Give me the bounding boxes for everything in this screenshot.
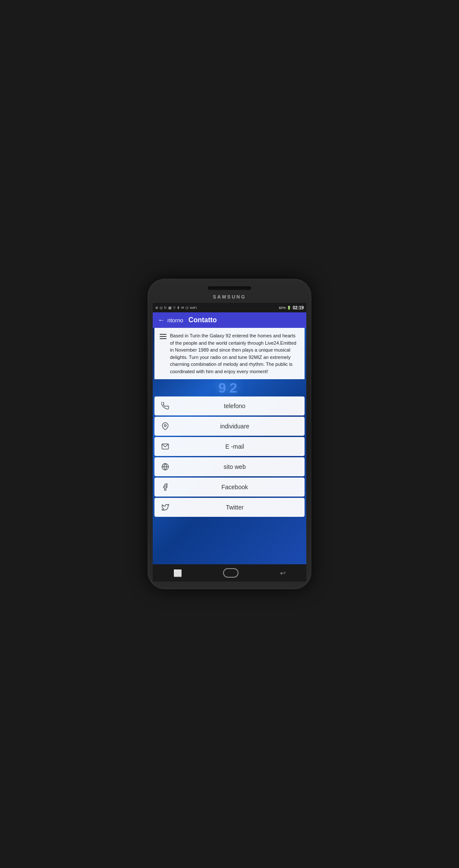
description-card: Based in Turin the Galaxy 92 entered the… bbox=[154, 328, 305, 379]
status-icon-wifi: WiFi bbox=[190, 306, 197, 310]
app-title: Contatto bbox=[189, 316, 217, 324]
hamburger-icon[interactable] bbox=[160, 334, 167, 339]
hamburger-line-3 bbox=[160, 338, 167, 339]
status-icon-3: ↻ bbox=[164, 306, 167, 310]
back-button[interactable]: ↩ bbox=[280, 569, 286, 577]
twitter-icon bbox=[161, 503, 172, 511]
facebook-label: Facebook bbox=[172, 484, 298, 491]
individuare-label: individuare bbox=[172, 423, 298, 430]
phone-brand: SAMSUNG bbox=[213, 294, 246, 299]
hamburger-line-1 bbox=[160, 334, 167, 335]
facebook-icon bbox=[161, 483, 172, 491]
telefono-button[interactable]: telefono bbox=[154, 396, 305, 415]
status-icons-right: 82% 🔋 02:19 bbox=[279, 305, 304, 310]
status-icon-6: ⬇ bbox=[177, 306, 180, 310]
phone-icon bbox=[161, 402, 172, 410]
battery-icon: 🔋 bbox=[287, 306, 291, 310]
hamburger-line-2 bbox=[160, 336, 167, 337]
bottom-nav: ⬜ ↩ bbox=[153, 564, 306, 582]
status-icon-1: ⊕ bbox=[155, 306, 158, 310]
twitter-button[interactable]: Twitter bbox=[154, 498, 305, 517]
recent-apps-button[interactable]: ⬜ bbox=[173, 569, 182, 577]
status-icon-7: ✉ bbox=[181, 306, 184, 310]
status-time: 02:19 bbox=[292, 305, 304, 310]
battery-percent: 82% bbox=[279, 306, 286, 310]
phone-speaker bbox=[208, 286, 251, 290]
app-bar: ← ritorno Contatto bbox=[153, 312, 306, 328]
content-area: Based in Turin the Galaxy 92 entered the… bbox=[153, 328, 306, 564]
svg-point-0 bbox=[164, 425, 167, 427]
sito-web-label: sito web bbox=[172, 463, 298, 470]
back-label[interactable]: ritorno bbox=[167, 317, 183, 324]
twitter-label: Twitter bbox=[172, 504, 298, 511]
location-icon bbox=[161, 422, 172, 430]
sito-web-button[interactable]: sito web bbox=[154, 457, 305, 476]
description-text: Based in Turin the Galaxy 92 entered the… bbox=[170, 333, 296, 374]
status-icon-2: ◎ bbox=[160, 306, 163, 310]
status-bar: ⊕ ◎ ↻ ▦ ▽ ⬇ ✉ ◷ WiFi 82% 🔋 02:19 bbox=[153, 303, 306, 312]
contact-buttons: telefono individuare bbox=[153, 396, 306, 517]
phone-screen: ⊕ ◎ ↻ ▦ ▽ ⬇ ✉ ◷ WiFi 82% 🔋 02:19 ← ritor… bbox=[153, 303, 306, 582]
status-icon-4: ▦ bbox=[168, 306, 172, 310]
globe-icon bbox=[161, 463, 172, 471]
email-button[interactable]: E -mail bbox=[154, 437, 305, 456]
email-label: E -mail bbox=[172, 443, 298, 450]
status-icon-8: ◷ bbox=[185, 306, 189, 310]
phone-frame: SAMSUNG ⊕ ◎ ↻ ▦ ▽ ⬇ ✉ ◷ WiFi 82% 🔋 02:19 bbox=[148, 279, 311, 589]
logo-text: 92 bbox=[218, 380, 241, 396]
back-arrow-icon[interactable]: ← bbox=[158, 316, 165, 324]
status-icons-left: ⊕ ◎ ↻ ▦ ▽ ⬇ ✉ ◷ WiFi bbox=[155, 306, 197, 310]
logo-area: 92 bbox=[153, 379, 306, 396]
facebook-button[interactable]: Facebook bbox=[154, 478, 305, 497]
home-button[interactable] bbox=[223, 568, 239, 578]
status-icon-5: ▽ bbox=[173, 306, 176, 310]
individuare-button[interactable]: individuare bbox=[154, 417, 305, 436]
email-icon bbox=[161, 443, 172, 450]
telefono-label: telefono bbox=[172, 403, 298, 409]
